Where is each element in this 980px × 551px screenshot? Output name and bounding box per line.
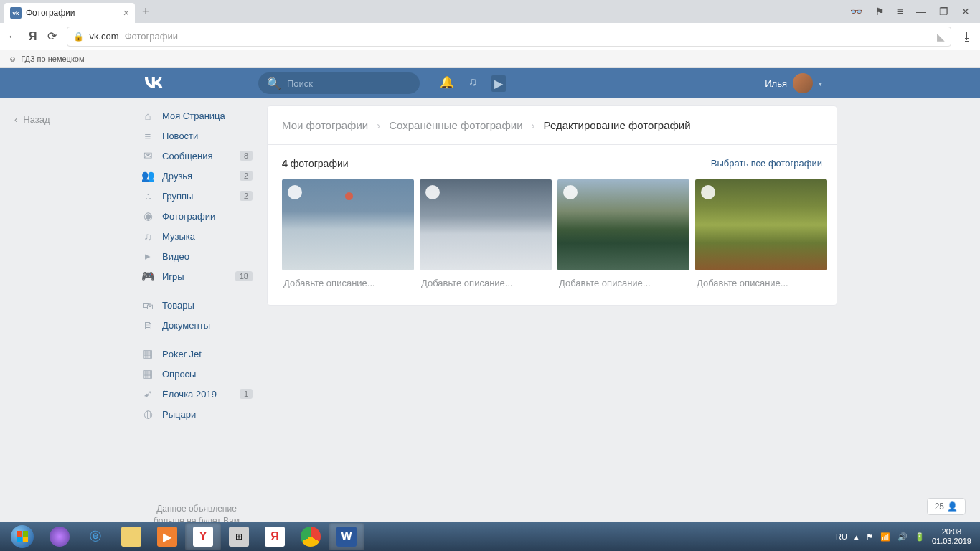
back-button[interactable]: ← (7, 30, 19, 43)
photo-card (557, 179, 689, 289)
maximize-icon[interactable]: ❐ (939, 6, 948, 17)
incognito-icon[interactable]: 👓 (850, 6, 862, 17)
lock-icon: 🔒 (73, 32, 84, 42)
photo-checkbox[interactable] (563, 185, 578, 199)
sidebar-item[interactable]: 🗎Документы (136, 315, 257, 335)
nav-badge: 2 (240, 191, 253, 201)
photo-checkbox[interactable] (425, 185, 440, 199)
taskbar-explorer[interactable] (113, 523, 149, 550)
nav-badge: 8 (240, 151, 253, 161)
nav-icon: 👥 (141, 169, 155, 182)
new-tab-button[interactable]: + (142, 4, 150, 19)
photo-thumbnail[interactable] (282, 179, 414, 270)
nav-icon: 🗎 (141, 319, 155, 331)
photo-description-input[interactable] (695, 270, 827, 288)
back-link[interactable]: ‹ Назад (14, 114, 136, 125)
user-menu[interactable]: Илья ▾ (765, 73, 822, 93)
friends-online-badge[interactable]: 25 👤 (927, 498, 966, 515)
downloads-icon[interactable]: ⭳ (961, 30, 973, 43)
avatar (793, 73, 813, 93)
yandex-button[interactable]: Я (29, 30, 37, 43)
minimize-icon[interactable]: — (916, 6, 926, 17)
taskbar-ie[interactable]: ⓔ (77, 523, 113, 550)
bookmark-item[interactable]: ГДЗ по немецком (21, 55, 84, 63)
chevron-left-icon: ‹ (14, 114, 17, 125)
select-all-link[interactable]: Выбрать все фотографии (711, 158, 822, 169)
system-tray: RU ▴ ⚑ 📶 🔊 🔋 20:08 01.03.2019 (836, 527, 977, 546)
tray-flag-icon[interactable]: ⚑ (866, 532, 873, 542)
close-tab-icon[interactable]: × (123, 7, 129, 19)
sidebar-item[interactable]: 👥Друзья2 (136, 166, 257, 186)
tray-lang[interactable]: RU (836, 532, 847, 541)
taskbar-word[interactable]: W (329, 523, 364, 550)
start-button[interactable] (3, 522, 42, 551)
taskbar-yandex2[interactable]: Я (257, 523, 293, 550)
sidebar-item[interactable]: ✉Сообщения8 (136, 146, 257, 166)
photo-checkbox[interactable] (701, 185, 715, 199)
vk-logo[interactable] (143, 74, 258, 93)
bookmark-icon[interactable]: ◣ (937, 31, 945, 42)
nav-label: Опросы (162, 369, 196, 380)
search-input[interactable] (287, 78, 411, 89)
sidebar-item[interactable]: ▦Poker Jet (136, 344, 257, 364)
close-window-icon[interactable]: ✕ (961, 6, 970, 17)
photo-description-input[interactable] (282, 270, 414, 288)
taskbar-cortana[interactable] (42, 523, 77, 550)
chevron-down-icon: ▾ (819, 80, 822, 88)
url-input[interactable]: 🔒 vk.com Фотографии ◣ (67, 27, 952, 47)
sidebar-item[interactable]: ▸Видео (136, 246, 257, 266)
menu-icon[interactable]: ≡ (897, 6, 903, 17)
nav-label: Рыцари (162, 409, 196, 420)
nav-label: Новости (162, 131, 198, 141)
sidebar-item[interactable]: ♫Музыка (136, 226, 257, 246)
address-bar: ← Я ⟳ 🔒 vk.com Фотографии ◣ ⭳ (0, 23, 980, 50)
sidebar-item[interactable]: ⛬Группы2 (136, 186, 257, 206)
tray-clock[interactable]: 20:08 01.03.2019 (932, 527, 971, 546)
reload-button[interactable]: ⟳ (47, 29, 57, 43)
sidebar-item[interactable]: ▦Опросы (136, 364, 257, 384)
play-icon[interactable]: ▶ (491, 75, 506, 92)
sidebar-item[interactable]: 🛍Товары (136, 295, 257, 315)
photo-count: 4 фотографии (282, 158, 349, 169)
person-icon: 👤 (947, 501, 958, 512)
sidebar-item[interactable]: ⌂Моя Страница (136, 105, 257, 126)
photo-checkbox[interactable] (288, 185, 302, 199)
nav-label: Ёлочка 2019 (162, 389, 217, 400)
nav-icon: ✉ (141, 149, 155, 162)
sidebar-item[interactable]: ◍Рыцари (136, 404, 257, 424)
bookmarks-bar: ☺ ГДЗ по немецком (0, 50, 980, 68)
chevron-right-icon: › (532, 119, 535, 131)
taskbar-chrome[interactable] (293, 523, 329, 550)
photo-description-input[interactable] (557, 270, 689, 288)
search-box[interactable]: 🔍 (258, 72, 420, 94)
photo-thumbnail[interactable] (557, 179, 689, 270)
sidebar-item[interactable]: 🎮Игры18 (136, 266, 257, 286)
taskbar-yandex[interactable]: Y (185, 523, 221, 550)
sidebar-item[interactable]: ≡Новости (136, 126, 257, 146)
emoji-bookmark[interactable]: ☺ (9, 55, 17, 63)
notifications-icon[interactable]: 🔔 (440, 75, 454, 92)
search-icon: 🔍 (267, 77, 281, 90)
music-icon[interactable]: ♫ (468, 75, 477, 92)
nav-icon: ◍ (141, 408, 155, 420)
browser-tab[interactable]: vk Фотографии × (4, 3, 135, 23)
nav-icon: ⛬ (141, 190, 155, 202)
tray-battery-icon[interactable]: 🔋 (915, 532, 925, 542)
sidebar-item[interactable]: ➹Ёлочка 20191 (136, 384, 257, 404)
extensions-icon[interactable]: ⚑ (875, 6, 885, 17)
tab-title: Фотографии (26, 8, 119, 18)
photo-thumbnail[interactable] (420, 179, 552, 270)
nav-label: Группы (162, 191, 193, 202)
taskbar-calc[interactable]: ⊞ (221, 523, 257, 550)
tray-volume-icon[interactable]: 🔊 (897, 532, 908, 542)
photo-thumbnail[interactable] (695, 179, 827, 270)
taskbar-media[interactable]: ▶ (149, 523, 185, 550)
breadcrumb-level2[interactable]: Сохранённые фотографии (389, 119, 522, 131)
nav-icon: ◉ (141, 209, 155, 222)
breadcrumb-level1[interactable]: Мои фотографии (282, 119, 368, 131)
photo-card (420, 179, 552, 289)
tray-arrow-icon[interactable]: ▴ (854, 532, 859, 542)
sidebar-item[interactable]: ◉Фотографии (136, 206, 257, 226)
tray-network-icon[interactable]: 📶 (880, 532, 890, 542)
photo-description-input[interactable] (420, 270, 552, 288)
